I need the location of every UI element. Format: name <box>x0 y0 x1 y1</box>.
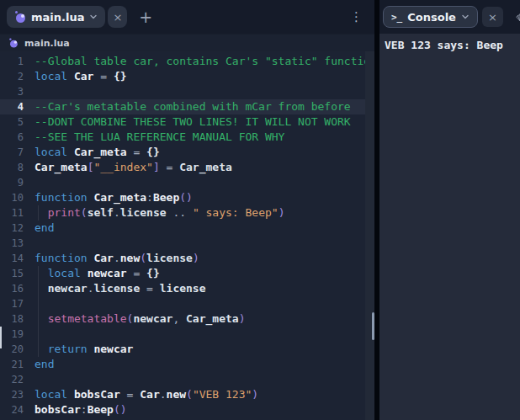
code-line-16[interactable]: 16 newcar.license = license <box>0 281 374 296</box>
line-number: 4 <box>0 99 24 114</box>
code-text <box>24 327 34 342</box>
code-text <box>24 236 34 251</box>
editor-options-button[interactable]: ⋮ <box>350 9 363 24</box>
code-text <box>24 372 34 387</box>
code-line-8[interactable]: 8Car_meta["__index"] = Car_meta <box>0 160 374 175</box>
line-number: 3 <box>0 84 24 99</box>
line-number: 10 <box>0 190 24 205</box>
breadcrumb-label: main.lua <box>24 38 70 49</box>
lua-file-icon <box>8 38 18 47</box>
code-text: setmetatable(newcar, Car_meta) <box>24 311 245 327</box>
code-text: Car_meta["__index"] = Car_meta <box>24 160 232 175</box>
code-line-23[interactable]: 23local bobsCar = Car.new("VEB 123") <box>0 387 374 402</box>
line-number: 11 <box>0 205 24 221</box>
line-number: 6 <box>0 130 24 145</box>
code-line-13[interactable]: 13 <box>0 236 374 251</box>
shell-icon <box>514 11 520 23</box>
code-text: end <box>24 357 54 372</box>
code-line-21[interactable]: 21end <box>0 357 374 372</box>
code-line-20[interactable]: 20 return newcar <box>0 342 374 357</box>
line-number: 17 <box>0 296 24 311</box>
line-number: 20 <box>0 342 24 357</box>
line-number: 15 <box>0 266 24 281</box>
terminal-prompt-icon: >_ <box>391 12 402 23</box>
code-text: function Car.new(license) <box>24 251 199 266</box>
code-line-18[interactable]: 18 setmetatable(newcar, Car_meta) <box>0 311 374 327</box>
code-text: end <box>24 221 54 236</box>
code-text <box>24 84 34 99</box>
tab-shell[interactable]: Shell <box>514 11 520 24</box>
code-text: local newcar = {} <box>24 266 160 281</box>
tab-main-lua[interactable]: main.lua <box>7 6 105 28</box>
code-line-9[interactable]: 9 <box>0 175 374 190</box>
editor-scrollbar-thumb[interactable] <box>372 312 374 340</box>
code-line-24[interactable]: 24bobsCar:Beep() <box>0 402 374 417</box>
chevron-down-icon[interactable] <box>89 13 98 21</box>
code-line-11[interactable]: 11 print(self.license .. " says: Beep") <box>0 205 374 221</box>
code-text: print(self.license .. " says: Beep") <box>24 205 284 221</box>
line-number: 14 <box>0 251 24 266</box>
code-line-7[interactable]: 7local Car_meta = {} <box>0 145 374 160</box>
new-tab-button[interactable]: + <box>139 9 152 25</box>
code-line-19[interactable]: 19 <box>0 327 374 342</box>
code-text: return newcar <box>24 342 133 357</box>
code-editor[interactable]: 1--Global table car, contains Car's "sta… <box>0 51 374 420</box>
lua-file-icon <box>14 11 26 23</box>
code-text: newcar.license = license <box>24 281 206 296</box>
editor-pane: main.lua × + ⋮ main.lua 1--Global table … <box>0 0 374 420</box>
code-line-1[interactable]: 1--Global table car, contains Car's "sta… <box>0 54 374 69</box>
breadcrumb[interactable]: main.lua <box>0 34 374 51</box>
code-text: local Car = {} <box>24 69 127 84</box>
line-number: 16 <box>0 281 24 296</box>
code-text: --DONT COMBINE THESE TWO LINES! IT WILL … <box>24 114 351 130</box>
code-line-3[interactable]: 3 <box>0 84 374 99</box>
tab-console[interactable]: >_ Console <box>383 6 478 28</box>
code-text: --SEE THE LUA REFERENCE MANUAL FOR WHY <box>24 130 284 145</box>
code-line-15[interactable]: 15 local newcar = {} <box>0 266 374 281</box>
code-line-2[interactable]: 2local Car = {} <box>0 69 374 84</box>
code-line-17[interactable]: 17 <box>0 296 374 311</box>
ide-window: main.lua × + ⋮ main.lua 1--Global table … <box>0 0 520 420</box>
console-tab-label: Console <box>407 11 456 24</box>
close-icon: × <box>113 11 122 24</box>
indent-guide <box>38 205 39 221</box>
code-line-6[interactable]: 6--SEE THE LUA REFERENCE MANUAL FOR WHY <box>0 130 374 145</box>
code-text: --Car's metatable combined with mCar fro… <box>24 99 351 114</box>
left-scrollbar-thumb[interactable] <box>0 327 2 348</box>
code-line-14[interactable]: 14function Car.new(license) <box>0 251 374 266</box>
line-number: 21 <box>0 357 24 372</box>
code-text: bobsCar:Beep() <box>24 402 127 417</box>
editor-tab-bar: main.lua × + ⋮ <box>0 0 374 34</box>
tab-label: main.lua <box>31 11 84 24</box>
code-line-5[interactable]: 5--DONT COMBINE THESE TWO LINES! IT WILL… <box>0 114 374 130</box>
line-number: 22 <box>0 372 24 387</box>
tab-close-button[interactable]: × <box>108 6 127 28</box>
line-number: 1 <box>0 54 24 69</box>
line-number: 12 <box>0 221 24 236</box>
code-line-4[interactable]: 4--Car's metatable combined with mCar fr… <box>0 99 374 114</box>
line-number: 18 <box>0 311 24 327</box>
plus-icon: + <box>139 8 152 26</box>
console-tab-bar: >_ Console × Shell <box>379 0 520 34</box>
line-number: 19 <box>0 327 24 342</box>
console-close-button[interactable]: × <box>482 7 503 27</box>
chevron-down-icon[interactable] <box>461 13 470 21</box>
code-text: --Global table car, contains Car's "stat… <box>24 54 374 69</box>
line-number: 7 <box>0 145 24 160</box>
line-number: 5 <box>0 114 24 130</box>
code-text: function Car_meta:Beep() <box>24 190 193 205</box>
code-line-10[interactable]: 10function Car_meta:Beep() <box>0 190 374 205</box>
code-text <box>24 296 34 311</box>
editor-scrollbar-track[interactable] <box>365 51 374 420</box>
code-line-22[interactable]: 22 <box>0 372 374 387</box>
line-number: 23 <box>0 387 24 402</box>
code-text <box>24 175 34 190</box>
code-line-12[interactable]: 12end <box>0 221 374 236</box>
line-number: 2 <box>0 69 24 84</box>
code-text: local bobsCar = Car.new("VEB 123") <box>24 387 258 402</box>
close-icon: × <box>488 11 497 24</box>
console-output: VEB 123 says: Beep <box>379 34 520 52</box>
console-pane: >_ Console × Shell VEB 123 says: Beep <box>379 0 520 420</box>
line-number: 13 <box>0 236 24 251</box>
line-number: 9 <box>0 175 24 190</box>
